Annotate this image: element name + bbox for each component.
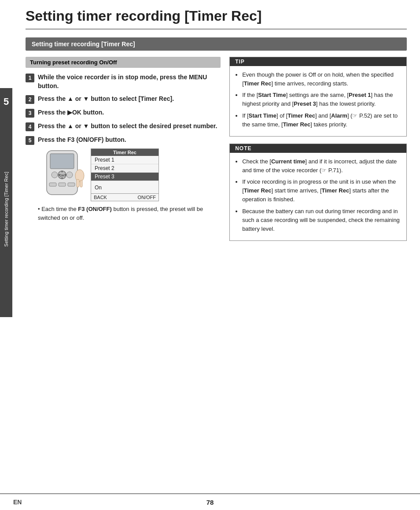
side-tab-text: Setting timer recording [Timer Rec] [3,172,9,247]
tip-list: Even though the power is Off or on hold,… [235,70,401,129]
tip-content: Even though the power is Off or on hold,… [230,66,406,136]
svg-rect-14 [77,179,79,187]
note-header: NOTE [230,144,406,153]
note-item-3: Because the battery can run out during t… [242,207,401,233]
screen-bottom-bar: BACK ON/OFF [91,193,158,201]
tip-item-2: If the [Start Time] settings are the sam… [242,91,401,108]
onoff-label: ON/OFF [137,195,156,200]
tip-item-1: Even though the power is Off or on hold,… [242,70,401,88]
step-5-number: 5 [26,136,34,145]
step-5-text: Press the F3 (ON/OFF) button. [38,136,126,144]
svg-text:▼: ▼ [61,177,64,180]
step-1-number: 1 [26,74,34,82]
note-list: Check the [Current time] and if it is in… [235,157,401,233]
screen-item-preset1: Preset 1 [91,156,158,164]
step-2-number: 2 [26,95,34,104]
svg-rect-10 [49,183,56,186]
tip-header: TIP [230,57,406,66]
step-4-number: 4 [26,122,34,131]
step-2-text: Press the ▲ or ▼ button to select [Timer… [38,95,174,103]
svg-point-5 [66,172,73,178]
step-3-text: Press the ▶OK button. [38,108,104,117]
step-3: 3 Press the ▶OK button. [26,108,221,118]
section-header: Setting timer recording [Timer Rec] [26,37,407,51]
left-column: Turning preset recording On/Off 1 While … [26,57,221,241]
svg-rect-12 [68,183,75,186]
step-5-header: 5 Press the F3 (ON/OFF) button. [26,136,221,145]
step-4-text: Press the ▲ or ▼ button to select the de… [38,122,217,131]
side-tab: 5 Setting timer recording [Timer Rec] [0,88,12,317]
screen-on-label: On [91,184,158,192]
two-col-layout: Turning preset recording On/Off 1 While … [26,57,407,241]
bullet-note: • Each time the F3 (ON/OFF) button is pr… [38,205,221,222]
step-1-text: While the voice recorder is in stop mode… [38,73,221,90]
note-item-1: Check the [Current time] and if it is in… [242,157,401,175]
note-content: Check the [Current time] and if it is in… [230,153,406,240]
right-column: TIP Even though the power is Off or on h… [229,57,407,241]
note-item-2: If voice recording is in progress or the… [242,177,401,204]
step-1: 1 While the voice recorder is in stop mo… [26,73,221,90]
svg-rect-1 [50,154,74,169]
tip-item-3: If [Start Time] of [Timer Rec] and [Alar… [242,111,401,129]
sub-section-header: Turning preset recording On/Off [26,57,221,68]
step-4: 4 Press the ▲ or ▼ button to select the … [26,122,221,131]
step-2: 2 Press the ▲ or ▼ button to select [Tim… [26,95,221,104]
side-tab-number: 5 [4,96,9,107]
step-5-area: 5 Press the F3 (ON/OFF) button. [26,136,221,222]
step-3-number: 3 [26,109,34,118]
svg-rect-15 [80,180,82,187]
back-label: BACK [94,195,107,200]
screen-title: Timer Rec [91,149,158,156]
tip-box: TIP Even though the power is Off or on h… [229,57,407,137]
bottom-lang: EN [13,499,22,506]
device-image-area: OK ▲ ▼ ◀ ▶ [38,148,221,201]
svg-point-2 [52,172,58,178]
bottom-bar: EN 78 [0,493,420,510]
main-content: Setting timer recording [Timer Rec] Sett… [12,0,420,254]
svg-text:▲: ▲ [61,170,64,173]
screen-item-preset3: Preset 3 [91,173,158,181]
note-box: NOTE Check the [Current time] and if it … [229,144,407,241]
svg-rect-11 [59,183,66,186]
screen-mockup: Timer Rec Preset 1 Preset 2 Preset 3 On … [91,148,159,201]
bottom-page: 78 [206,499,214,506]
screen-item-preset2: Preset 2 [91,164,158,173]
device-illustration: OK ▲ ▼ ◀ ▶ [38,148,86,197]
page-title: Setting timer recording [Timer Rec] [26,0,407,30]
